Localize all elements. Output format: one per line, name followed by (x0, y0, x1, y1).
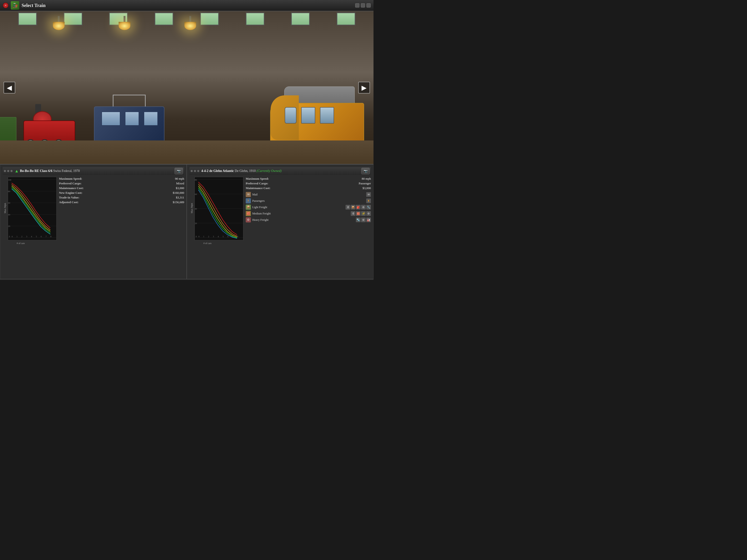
trade-in-label: Trade-in Value: (59, 196, 79, 199)
garage-window-6 (246, 12, 264, 25)
cargo-light-freight: 📦 Light Freight 🛢 📦 🎒 ⚙ 🔧 (246, 205, 371, 210)
heavy-freight-right-icons: 🔩 ⚙ 🏭 (356, 218, 371, 222)
ceiling-light-1 (52, 16, 66, 35)
left-x-axis-label: # of cars (17, 242, 25, 245)
svg-text:4: 4 (218, 235, 219, 238)
lf-icon-5: 🔧 (366, 205, 371, 209)
cargo-value: Mixed (176, 182, 184, 185)
previous-train-button[interactable]: ◀ (3, 82, 15, 94)
hf-icon-2: ⚙ (361, 218, 366, 222)
svg-text:1: 1 (203, 235, 204, 238)
dot-3 (10, 170, 13, 172)
svg-text:6: 6 (227, 235, 229, 238)
window-title: Select Train (22, 3, 46, 8)
panel-dots (4, 170, 13, 172)
right-max-speed-label: Maximum Speed: (246, 177, 269, 181)
close-button[interactable]: × (3, 3, 8, 8)
svg-text:100: 100 (8, 179, 11, 181)
svg-text:1: 1 (17, 235, 18, 238)
close-corner-button[interactable] (366, 3, 371, 7)
right-maintenance-label: Maintenance Cost: (246, 186, 271, 190)
mail-right-icons: ✉ (366, 192, 371, 197)
right-maintenance-row: Maintenance Cost: $3,000 (246, 186, 371, 190)
garage-floor (0, 141, 374, 164)
right-chart-box: 80 60 40 20 0 0 1 2 3 4 5 6 7 8 (195, 177, 243, 240)
modern-window-1 (285, 107, 297, 124)
svg-text:20: 20 (195, 222, 197, 225)
mail-icon-1: ✉ (366, 192, 371, 197)
left-camera-button[interactable]: 📷 (175, 168, 183, 174)
max-speed-row: Maximum Speed: 90 mph (59, 177, 184, 181)
right-panel-dots (190, 170, 200, 172)
left-y-axis-label: Max Mph (3, 209, 6, 213)
hf-icon-1: 🔩 (356, 218, 361, 222)
passenger-label: Passengers (252, 199, 265, 203)
svg-text:8: 8 (237, 235, 238, 238)
right-camera-button[interactable]: 📷 (361, 168, 370, 174)
svg-text:0: 0 (196, 235, 197, 238)
corner-buttons (355, 3, 371, 7)
left-train-panel: ▲ Bo-Bo-Bo RE Class 6/6 Swiss Federal, 1… (0, 164, 187, 279)
mail-label: Mail (252, 193, 258, 196)
passenger-icon-1: 🧍 (366, 199, 371, 203)
svg-text:6: 6 (41, 235, 42, 238)
dot-2 (7, 170, 9, 172)
garage-window-2 (64, 12, 82, 25)
engine-cost-value: $160,000 (173, 191, 184, 195)
right-maintenance-value: $3,000 (362, 186, 371, 190)
max-speed-label: Maximum Speed: (59, 177, 82, 181)
mf-icon-4: ⚙ (366, 211, 371, 216)
electric-window-1 (101, 111, 120, 126)
medium-freight-label: Medium Freight (252, 212, 271, 215)
left-train-stats: Maximum Speed: 90 mph Preferred Cargo: M… (59, 177, 184, 252)
maximize-button[interactable] (361, 3, 365, 7)
passenger-icon: 🚶 (246, 198, 251, 203)
left-chart: Max Mph 100 80 60 40 (3, 177, 57, 245)
max-speed-value: 90 mph (175, 177, 184, 181)
svg-text:0: 0 (198, 235, 200, 238)
passenger-right-icons: 🧍 (366, 199, 371, 203)
svg-text:20: 20 (8, 225, 10, 227)
minimize-button[interactable] (355, 3, 359, 7)
svg-text:0: 0 (9, 235, 10, 238)
svg-text:2: 2 (208, 235, 209, 238)
right-cargo-label: Preferred Cargo: (246, 182, 268, 185)
heavy-freight-icon: ⚙ (246, 217, 251, 223)
adjusted-cost-label: Adjusted Cost: (59, 200, 78, 204)
right-train-owned: (Currently Owned) (257, 169, 281, 173)
next-train-button[interactable]: ▶ (358, 82, 370, 94)
svg-text:7: 7 (46, 235, 47, 238)
maintenance-row: Maintenance Cost: $3,000 (59, 186, 184, 190)
engine-cost-row: New Engine Cost: $160,000 (59, 191, 184, 195)
left-train-detail: Swiss Federal, 1970 (53, 169, 80, 173)
lf-icon-3: 🎒 (356, 205, 361, 209)
cargo-medium-freight: 🧱 Medium Freight 🛢 🧱 🌾 ⚙ (246, 211, 371, 216)
right-y-axis-label: Max Mph (190, 209, 193, 213)
light-freight-icon: 📦 (246, 205, 251, 210)
right-train-detail: De Glehn, 1910 (235, 169, 256, 173)
svg-text:5: 5 (36, 235, 37, 238)
left-train-name: Bo-Bo-Bo RE Class 6/6 Swiss Federal, 197… (20, 169, 80, 173)
right-cargo-value: Passenger (359, 182, 371, 185)
dot-1 (4, 170, 6, 172)
right-panel-content: Max Mph 80 60 40 20 0 (189, 177, 371, 252)
adjusted-cost-value: $156,689 (173, 200, 184, 204)
dot-r2 (194, 170, 196, 172)
left-chart-box: 100 80 60 40 20 0 0 1 2 3 4 5 6 (8, 177, 57, 240)
lf-icon-1: 🛢 (345, 205, 350, 209)
garage-window-4 (155, 12, 173, 25)
svg-text:5: 5 (223, 235, 224, 238)
left-btn-panel: 🚂 Select This Train (0, 279, 187, 280)
ceiling-light-3 (183, 16, 197, 35)
left-panel-titlebar: ▲ Bo-Bo-Bo RE Class 6/6 Swiss Federal, 1… (3, 167, 184, 175)
right-train-stats: Maximum Speed: 80 mph Preferred Cargo: P… (246, 177, 371, 252)
medium-freight-right-icons: 🛢 🧱 🌾 ⚙ (351, 211, 371, 216)
info-panels: ▲ Bo-Bo-Bo RE Class 6/6 Swiss Federal, 1… (0, 164, 374, 279)
mf-icon-1: 🛢 (351, 211, 355, 216)
garage-window-7 (291, 12, 310, 25)
dot-r1 (190, 170, 193, 172)
modern-window-2 (301, 107, 315, 124)
maintenance-value: $3,000 (176, 186, 184, 190)
cargo-passengers: 🚶 Passengers 🧍 (246, 198, 371, 203)
upgrade-arrow: ▲ (15, 169, 19, 174)
